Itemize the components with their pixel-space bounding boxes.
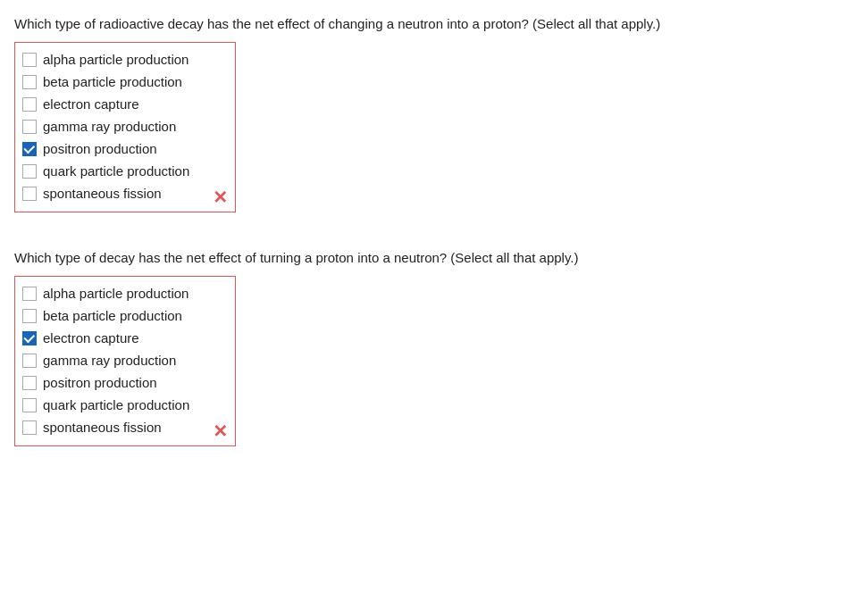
q1-option-6[interactable]: spontaneous fission — [22, 182, 228, 204]
q1-option-label-2: electron capture — [43, 96, 139, 112]
q2-option-label-3: gamma ray production — [43, 353, 176, 368]
q1-option-0[interactable]: alpha particle production — [22, 48, 228, 71]
q2-checkbox-1[interactable] — [22, 309, 37, 323]
q1-option-label-0: alpha particle production — [43, 52, 189, 67]
q2-checkbox-5[interactable] — [22, 398, 37, 412]
q2-option-5[interactable]: quark particle production — [22, 394, 228, 416]
q1-checkbox-6[interactable] — [22, 187, 37, 201]
q2-option-3[interactable]: gamma ray production — [22, 349, 228, 371]
q2-checkbox-6[interactable] — [22, 420, 37, 435]
q1-checkbox-3[interactable] — [22, 120, 37, 134]
q2-option-label-4: positron production — [43, 375, 157, 390]
q2-checkbox-3[interactable] — [22, 354, 37, 368]
q2-option-label-0: alpha particle production — [43, 286, 189, 301]
q2-option-6[interactable]: spontaneous fission — [22, 416, 228, 438]
q1-option-5[interactable]: quark particle production — [22, 160, 228, 182]
q1-checkbox-1[interactable] — [22, 75, 37, 89]
question-block-2: Which type of decay has the net effect o… — [14, 248, 849, 450]
x-mark-1[interactable]: ✕ — [213, 188, 228, 206]
q1-checkbox-2[interactable] — [22, 97, 37, 112]
question-text-1: Which type of radioactive decay has the … — [14, 14, 849, 33]
answer-box-1: alpha particle productionbeta particle p… — [14, 42, 236, 212]
q2-option-0[interactable]: alpha particle production — [22, 282, 228, 304]
q2-option-label-2: electron capture — [43, 330, 139, 345]
question-block-1: Which type of radioactive decay has the … — [14, 14, 849, 216]
q1-option-4[interactable]: positron production — [22, 137, 228, 160]
x-mark-2[interactable]: ✕ — [213, 422, 228, 440]
q2-checkbox-0[interactable] — [22, 287, 37, 301]
q1-checkbox-0[interactable] — [22, 53, 37, 67]
q2-checkbox-2[interactable] — [22, 331, 37, 345]
q2-checkbox-4[interactable] — [22, 376, 37, 390]
q1-option-label-1: beta particle production — [43, 74, 182, 89]
q1-option-label-3: gamma ray production — [43, 119, 176, 134]
q2-option-label-1: beta particle production — [43, 308, 182, 323]
q1-checkbox-5[interactable] — [22, 164, 37, 179]
q1-option-label-6: spontaneous fission — [43, 186, 162, 201]
q1-option-label-5: quark particle production — [43, 163, 189, 179]
question-text-2: Which type of decay has the net effect o… — [14, 248, 849, 267]
q1-option-1[interactable]: beta particle production — [22, 71, 228, 93]
q2-option-label-5: quark particle production — [43, 397, 189, 412]
q1-option-label-4: positron production — [43, 141, 157, 156]
q2-option-2[interactable]: electron capture — [22, 327, 228, 349]
q1-checkbox-4[interactable] — [22, 142, 37, 156]
q1-option-3[interactable]: gamma ray production — [22, 115, 228, 137]
answer-box-2: alpha particle productionbeta particle p… — [14, 276, 236, 446]
q2-option-1[interactable]: beta particle production — [22, 304, 228, 327]
q2-option-label-6: spontaneous fission — [43, 420, 162, 435]
q1-option-2[interactable]: electron capture — [22, 93, 228, 115]
q2-option-4[interactable]: positron production — [22, 371, 228, 394]
